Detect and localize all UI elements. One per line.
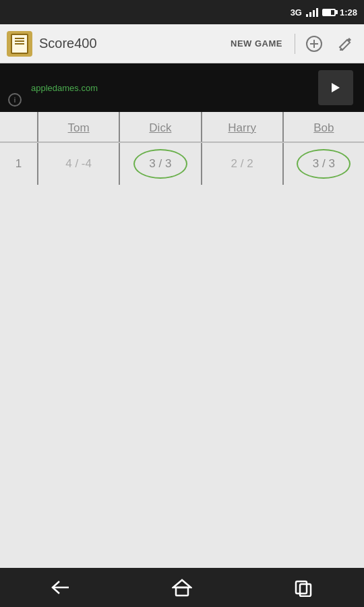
ad-arrow-button[interactable] [318, 70, 353, 105]
ad-banner: i appledames.com [0, 63, 364, 112]
ad-text: appledames.com [31, 83, 318, 93]
app-icon-inner [11, 34, 28, 54]
svg-marker-4 [332, 83, 340, 92]
svg-rect-8 [296, 581, 307, 594]
back-button[interactable] [40, 574, 81, 601]
network-label: 3G [291, 7, 302, 18]
recents-button[interactable] [283, 574, 324, 601]
app-icon [7, 31, 32, 57]
svg-rect-9 [300, 584, 311, 596]
player-name-dick[interactable]: Dick [149, 112, 171, 142]
score-cell-1-dick[interactable]: 3 / 3 [119, 143, 200, 185]
status-bar: 3G 1:28 [0, 0, 364, 24]
svg-rect-7 [176, 587, 188, 596]
player-col-dick: Dick [119, 112, 200, 142]
app-title: Score400 [39, 36, 218, 51]
player-name-tom[interactable]: Tom [68, 112, 90, 142]
player-col-harry: Harry [201, 112, 282, 142]
player-name-harry[interactable]: Harry [228, 112, 256, 142]
player-col-bob: Bob [282, 112, 364, 142]
add-button[interactable] [302, 32, 326, 56]
home-button[interactable] [162, 574, 202, 601]
score-cell-1-bob[interactable]: 3 / 3 [282, 143, 364, 185]
signal-icon [306, 7, 318, 17]
score-cell-1-tom[interactable]: 4 / -4 [37, 143, 119, 185]
edit-button[interactable] [333, 32, 357, 56]
toolbar-divider [295, 34, 295, 54]
time-label: 1:28 [340, 7, 357, 18]
main-content [0, 185, 364, 558]
new-game-button[interactable]: NEW GAME [225, 36, 288, 51]
score-table: Tom Dick Harry Bob 1 4 / -4 3 / 3 2 / 2 … [0, 112, 364, 185]
info-badge: i [8, 93, 22, 107]
score-cell-1-harry[interactable]: 2 / 2 [201, 143, 282, 185]
player-name-bob[interactable]: Bob [313, 112, 334, 142]
bottom-nav [0, 568, 364, 607]
player-col-tom: Tom [37, 112, 119, 142]
app-bar: Score400 NEW GAME [0, 24, 364, 63]
svg-marker-6 [173, 580, 191, 587]
battery-icon [322, 9, 336, 16]
row-number-1: 1 [0, 143, 37, 185]
table-header: Tom Dick Harry Bob [0, 112, 364, 142]
row-number-header [0, 112, 37, 142]
score-row-1: 1 4 / -4 3 / 3 2 / 2 3 / 3 [0, 142, 364, 185]
